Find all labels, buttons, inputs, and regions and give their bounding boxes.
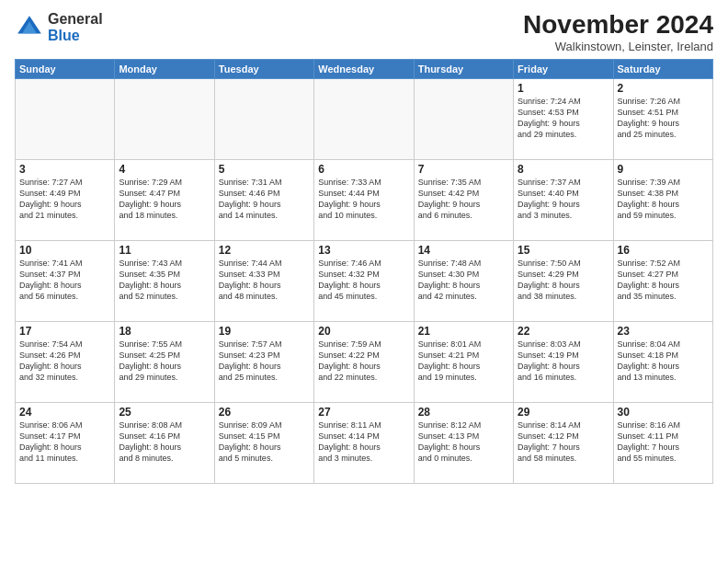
day-info: Sunrise: 7:33 AM Sunset: 4:44 PM Dayligh… xyxy=(318,177,409,222)
day-number: 15 xyxy=(518,244,609,257)
calendar-cell xyxy=(414,78,513,159)
day-number: 22 xyxy=(518,325,609,338)
calendar: SundayMondayTuesdayWednesdayThursdayFrid… xyxy=(15,59,713,484)
day-info: Sunrise: 8:06 AM Sunset: 4:17 PM Dayligh… xyxy=(19,419,110,465)
day-number: 6 xyxy=(318,163,409,176)
calendar-cell: 12Sunrise: 7:44 AM Sunset: 4:33 PM Dayli… xyxy=(214,240,313,321)
logo-text: General Blue xyxy=(48,11,103,43)
calendar-cell: 20Sunrise: 7:59 AM Sunset: 4:22 PM Dayli… xyxy=(314,321,414,402)
calendar-cell: 25Sunrise: 8:08 AM Sunset: 4:16 PM Dayli… xyxy=(115,402,214,483)
day-number: 10 xyxy=(19,244,110,257)
calendar-week-2: 10Sunrise: 7:41 AM Sunset: 4:37 PM Dayli… xyxy=(16,240,713,321)
weekday-header-row: SundayMondayTuesdayWednesdayThursdayFrid… xyxy=(16,59,713,78)
calendar-cell: 2Sunrise: 7:26 AM Sunset: 4:51 PM Daylig… xyxy=(613,78,712,159)
weekday-header-wednesday: Wednesday xyxy=(314,59,414,78)
calendar-cell: 17Sunrise: 7:54 AM Sunset: 4:26 PM Dayli… xyxy=(16,321,115,402)
day-info: Sunrise: 7:39 AM Sunset: 4:38 PM Dayligh… xyxy=(618,177,709,222)
day-info: Sunrise: 7:57 AM Sunset: 4:23 PM Dayligh… xyxy=(219,339,310,384)
calendar-cell: 30Sunrise: 8:16 AM Sunset: 4:11 PM Dayli… xyxy=(613,402,712,483)
weekday-header-monday: Monday xyxy=(115,59,214,78)
day-info: Sunrise: 7:54 AM Sunset: 4:26 PM Dayligh… xyxy=(19,339,110,384)
day-number: 14 xyxy=(418,244,509,257)
calendar-cell: 5Sunrise: 7:31 AM Sunset: 4:46 PM Daylig… xyxy=(214,159,313,240)
calendar-cell: 13Sunrise: 7:46 AM Sunset: 4:32 PM Dayli… xyxy=(314,240,414,321)
calendar-cell: 27Sunrise: 8:11 AM Sunset: 4:14 PM Dayli… xyxy=(314,402,414,483)
day-info: Sunrise: 7:41 AM Sunset: 4:37 PM Dayligh… xyxy=(19,258,110,303)
day-number: 30 xyxy=(618,406,709,419)
day-number: 20 xyxy=(318,325,409,338)
calendar-cell xyxy=(115,78,214,159)
calendar-cell: 29Sunrise: 8:14 AM Sunset: 4:12 PM Dayli… xyxy=(514,402,613,483)
weekday-header-thursday: Thursday xyxy=(414,59,513,78)
day-number: 17 xyxy=(19,325,110,338)
calendar-cell: 24Sunrise: 8:06 AM Sunset: 4:17 PM Dayli… xyxy=(16,402,115,483)
calendar-cell: 11Sunrise: 7:43 AM Sunset: 4:35 PM Dayli… xyxy=(115,240,214,321)
day-info: Sunrise: 8:12 AM Sunset: 4:13 PM Dayligh… xyxy=(418,419,509,465)
calendar-week-0: 1Sunrise: 7:24 AM Sunset: 4:53 PM Daylig… xyxy=(16,78,713,159)
calendar-cell: 18Sunrise: 7:55 AM Sunset: 4:25 PM Dayli… xyxy=(115,321,214,402)
day-info: Sunrise: 7:29 AM Sunset: 4:47 PM Dayligh… xyxy=(119,177,210,222)
day-number: 9 xyxy=(618,163,709,176)
calendar-week-3: 17Sunrise: 7:54 AM Sunset: 4:26 PM Dayli… xyxy=(16,321,713,402)
calendar-cell: 26Sunrise: 8:09 AM Sunset: 4:15 PM Dayli… xyxy=(214,402,313,483)
day-info: Sunrise: 7:43 AM Sunset: 4:35 PM Dayligh… xyxy=(119,258,210,303)
calendar-cell: 28Sunrise: 8:12 AM Sunset: 4:13 PM Dayli… xyxy=(414,402,513,483)
day-number: 3 xyxy=(19,163,110,176)
day-info: Sunrise: 7:27 AM Sunset: 4:49 PM Dayligh… xyxy=(19,177,110,222)
day-info: Sunrise: 7:26 AM Sunset: 4:51 PM Dayligh… xyxy=(618,96,709,141)
calendar-cell: 7Sunrise: 7:35 AM Sunset: 4:42 PM Daylig… xyxy=(414,159,513,240)
day-number: 1 xyxy=(518,82,609,95)
day-info: Sunrise: 7:52 AM Sunset: 4:27 PM Dayligh… xyxy=(618,258,709,303)
weekday-header-saturday: Saturday xyxy=(613,59,712,78)
day-number: 4 xyxy=(119,163,210,176)
day-number: 2 xyxy=(618,82,709,95)
day-info: Sunrise: 7:46 AM Sunset: 4:32 PM Dayligh… xyxy=(318,258,409,303)
day-number: 29 xyxy=(518,406,609,419)
day-number: 23 xyxy=(618,325,709,338)
day-number: 18 xyxy=(119,325,210,338)
calendar-cell: 3Sunrise: 7:27 AM Sunset: 4:49 PM Daylig… xyxy=(16,159,115,240)
day-info: Sunrise: 7:50 AM Sunset: 4:29 PM Dayligh… xyxy=(518,258,609,303)
calendar-cell: 9Sunrise: 7:39 AM Sunset: 4:38 PM Daylig… xyxy=(613,159,712,240)
header: General Blue November 2024 Walkinstown, … xyxy=(15,11,713,53)
day-info: Sunrise: 7:35 AM Sunset: 4:42 PM Dayligh… xyxy=(418,177,509,222)
calendar-cell: 4Sunrise: 7:29 AM Sunset: 4:47 PM Daylig… xyxy=(115,159,214,240)
weekday-header-sunday: Sunday xyxy=(16,59,115,78)
day-info: Sunrise: 8:09 AM Sunset: 4:15 PM Dayligh… xyxy=(219,419,310,465)
calendar-cell xyxy=(16,78,115,159)
day-info: Sunrise: 8:14 AM Sunset: 4:12 PM Dayligh… xyxy=(518,419,609,465)
day-number: 7 xyxy=(418,163,509,176)
calendar-cell: 14Sunrise: 7:48 AM Sunset: 4:30 PM Dayli… xyxy=(414,240,513,321)
calendar-cell: 19Sunrise: 7:57 AM Sunset: 4:23 PM Dayli… xyxy=(214,321,313,402)
day-number: 24 xyxy=(19,406,110,419)
day-number: 8 xyxy=(518,163,609,176)
calendar-cell: 16Sunrise: 7:52 AM Sunset: 4:27 PM Dayli… xyxy=(613,240,712,321)
day-info: Sunrise: 8:16 AM Sunset: 4:11 PM Dayligh… xyxy=(618,419,709,465)
day-info: Sunrise: 7:37 AM Sunset: 4:40 PM Dayligh… xyxy=(518,177,609,222)
calendar-cell: 1Sunrise: 7:24 AM Sunset: 4:53 PM Daylig… xyxy=(514,78,613,159)
day-number: 13 xyxy=(318,244,409,257)
logo: General Blue xyxy=(15,11,103,43)
calendar-cell: 8Sunrise: 7:37 AM Sunset: 4:40 PM Daylig… xyxy=(514,159,613,240)
day-number: 5 xyxy=(219,163,310,176)
day-number: 25 xyxy=(119,406,210,419)
day-number: 28 xyxy=(418,406,509,419)
weekday-header-tuesday: Tuesday xyxy=(214,59,313,78)
day-number: 12 xyxy=(219,244,310,257)
calendar-cell xyxy=(314,78,414,159)
calendar-cell xyxy=(214,78,313,159)
month-title: November 2024 xyxy=(523,11,713,40)
day-number: 27 xyxy=(318,406,409,419)
day-number: 26 xyxy=(219,406,310,419)
weekday-header-friday: Friday xyxy=(514,59,613,78)
calendar-cell: 21Sunrise: 8:01 AM Sunset: 4:21 PM Dayli… xyxy=(414,321,513,402)
day-number: 11 xyxy=(119,244,210,257)
day-info: Sunrise: 7:55 AM Sunset: 4:25 PM Dayligh… xyxy=(119,339,210,384)
day-info: Sunrise: 8:04 AM Sunset: 4:18 PM Dayligh… xyxy=(618,339,709,384)
calendar-cell: 10Sunrise: 7:41 AM Sunset: 4:37 PM Dayli… xyxy=(16,240,115,321)
day-number: 21 xyxy=(418,325,509,338)
day-info: Sunrise: 7:48 AM Sunset: 4:30 PM Dayligh… xyxy=(418,258,509,303)
day-info: Sunrise: 7:59 AM Sunset: 4:22 PM Dayligh… xyxy=(318,339,409,384)
title-area: November 2024 Walkinstown, Leinster, Ire… xyxy=(523,11,713,53)
calendar-cell: 6Sunrise: 7:33 AM Sunset: 4:44 PM Daylig… xyxy=(314,159,414,240)
